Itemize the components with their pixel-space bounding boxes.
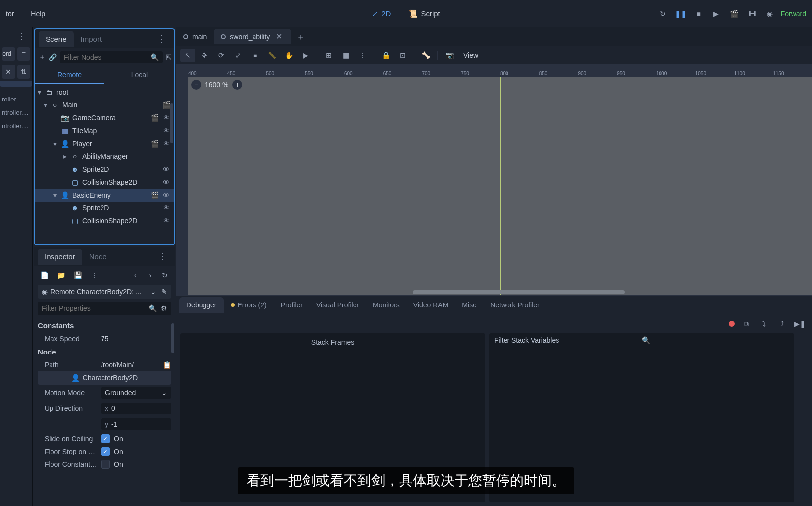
tab-errors[interactable]: Errors (2)	[224, 297, 274, 313]
move-tool-icon[interactable]: ✥	[197, 49, 212, 62]
ruler-tool-icon[interactable]: 📏	[264, 49, 279, 62]
copy-icon[interactable]: ⧉	[740, 317, 753, 330]
visibility-icon[interactable]: 👁	[161, 164, 171, 174]
mode-script-button[interactable]: 📜 Script	[402, 6, 447, 21]
snap-options-icon[interactable]: ▦	[338, 49, 353, 62]
snap-menu-icon[interactable]: ⋮	[355, 49, 370, 62]
list-tool-icon[interactable]: ≡	[248, 49, 262, 62]
group-icon[interactable]: ⊡	[395, 49, 410, 62]
tab-inspector[interactable]: Inspector	[38, 249, 82, 265]
new-resource-icon[interactable]: 📄	[38, 269, 51, 282]
clapper-icon[interactable]: 🎬	[150, 113, 159, 123]
visibility-icon[interactable]: 👁	[161, 126, 171, 136]
filter-nodes-input[interactable]	[64, 53, 151, 61]
prop-value-path[interactable]: /root/Main/	[101, 361, 159, 369]
tab-scene[interactable]: Scene	[39, 31, 74, 47]
record-icon[interactable]	[729, 321, 735, 327]
visibility-icon[interactable]: 👁	[161, 203, 171, 213]
visibility-icon[interactable]: 👁	[161, 113, 171, 123]
inspector-menu-icon[interactable]: ⋮	[154, 249, 171, 264]
bone-icon[interactable]: 🦴	[418, 49, 433, 62]
close-tab-icon[interactable]: ✕	[274, 32, 284, 41]
checkbox-floor-constant[interactable]	[101, 460, 110, 469]
tab-remote[interactable]: Remote	[35, 67, 104, 84]
chevron-down-icon[interactable]: ▾	[44, 101, 51, 109]
up-direction-y-input[interactable]: y -1	[101, 418, 171, 430]
tree-item-tilemap[interactable]: ▦ TileMap 👁	[35, 124, 174, 137]
clapper-icon[interactable]: 🎬	[150, 190, 159, 200]
tree-item-main[interactable]: ▾ ○ Main 🎬	[35, 99, 174, 111]
visibility-icon[interactable]: 👁	[161, 139, 171, 149]
continue-icon[interactable]: ▶❚	[793, 317, 806, 330]
save-resource-icon[interactable]: 💾	[71, 269, 84, 282]
scene-tree[interactable]: ▾ 🗀 root ▾ ○ Main 🎬 📷 GameCamera 🎬👁	[35, 84, 174, 244]
scale-tool-icon[interactable]: ⤢	[231, 49, 246, 62]
filter-stack-variables-field[interactable]: Filter Stack Variables 🔍	[489, 333, 794, 347]
tab-video-ram[interactable]: Video RAM	[406, 297, 456, 313]
step-over-icon[interactable]: ⤴	[775, 317, 788, 330]
add-scene-tab-icon[interactable]: ＋	[291, 29, 310, 45]
menu-help[interactable]: Help	[25, 6, 51, 22]
stop-icon[interactable]: ■	[692, 7, 706, 21]
tree-item-sprite2d-2[interactable]: ☻ Sprite2D 👁	[35, 202, 174, 214]
motion-mode-dropdown[interactable]: Grounded ⌄	[101, 387, 171, 399]
file-tab-partial[interactable]: ord_	[2, 47, 15, 61]
open-script-icon[interactable]: ✎	[161, 288, 167, 296]
class-characterbody2d-button[interactable]: 👤 CharacterBody2D	[38, 371, 171, 385]
override-camera-icon[interactable]: 📷	[442, 49, 457, 62]
filter-properties-input[interactable]	[42, 304, 149, 312]
link-icon[interactable]: 🔗	[49, 51, 57, 64]
chevron-down-icon[interactable]: ▾	[53, 191, 60, 199]
tab-import[interactable]: Import	[74, 31, 109, 47]
snap-grid-icon[interactable]: ⊞	[321, 49, 336, 62]
history-forward-icon[interactable]: ›	[144, 269, 156, 282]
scrollbar[interactable]	[171, 323, 174, 353]
filesystem-item[interactable]: ntroller....	[0, 119, 32, 133]
reload-icon[interactable]: ↻	[656, 7, 670, 21]
inspector-object-selector[interactable]: ◉ Remote CharacterBody2D: ... ⌄ ✎	[38, 285, 171, 299]
section-node[interactable]: Node	[38, 345, 171, 359]
tab-visual-profiler[interactable]: Visual Profiler	[309, 297, 366, 313]
tree-item-gamecamera[interactable]: 📷 GameCamera 🎬👁	[35, 111, 174, 124]
play-icon[interactable]: ▶	[710, 7, 723, 21]
filter-nodes-field[interactable]: 🔍	[60, 51, 163, 63]
tree-item-abilitymanager[interactable]: ▸ ○ AbilityManager	[35, 150, 174, 163]
chevron-right-icon[interactable]: ▸	[63, 152, 70, 160]
list-view-icon[interactable]: ≡	[17, 47, 31, 61]
tab-profiler[interactable]: Profiler	[274, 297, 309, 313]
checkbox-floor-stop[interactable]: ✓	[101, 447, 110, 456]
lock-icon[interactable]: 🔒	[378, 49, 393, 62]
tab-monitors[interactable]: Monitors	[366, 297, 406, 313]
measure-tool-icon[interactable]: ▶	[298, 49, 313, 62]
filter-settings-icon[interactable]: ⚙	[161, 304, 167, 312]
pan-tool-icon[interactable]: ✋	[281, 49, 296, 62]
chevron-down-icon[interactable]: ▾	[53, 140, 60, 148]
tree-item-root[interactable]: ▾ 🗀 root	[35, 86, 174, 99]
inspector-extra-icon[interactable]: ⋮	[88, 269, 101, 282]
mode-2d-button[interactable]: ⤢ 2D	[365, 6, 398, 21]
tab-network-profiler[interactable]: Network Profiler	[483, 297, 547, 313]
select-tool-icon[interactable]: ↖	[180, 49, 195, 62]
tree-collapse-icon[interactable]: ⇱	[166, 51, 172, 64]
scene-tab-sword-ability[interactable]: sword_ability ✕	[214, 29, 291, 44]
tab-node[interactable]: Node	[82, 249, 114, 265]
clapper-icon[interactable]: 🎬	[161, 100, 171, 110]
scene-panel-menu-icon[interactable]: ⋮	[153, 31, 170, 46]
tab-misc[interactable]: Misc	[455, 297, 483, 313]
view-menu-button[interactable]: View	[458, 50, 483, 61]
tree-item-collisionshape2d[interactable]: ▢ CollisionShape2D 👁	[35, 176, 174, 189]
checkbox-slide-ceiling[interactable]: ✓	[101, 434, 110, 443]
filesystem-item[interactable]	[0, 87, 32, 93]
movie-icon[interactable]: 🎞	[745, 7, 759, 21]
camera-icon[interactable]: ◉	[763, 7, 777, 21]
zoom-out-icon[interactable]: −	[191, 80, 201, 90]
history-refresh-icon[interactable]: ↻	[158, 269, 171, 282]
dock-menu-icon[interactable]: ⋮	[13, 29, 30, 44]
visibility-icon[interactable]: 👁	[161, 177, 171, 187]
tab-debugger[interactable]: Debugger	[179, 297, 224, 313]
up-direction-x-input[interactable]: x 0	[101, 403, 171, 414]
filesystem-item[interactable]: roller	[0, 93, 32, 106]
filter-properties-field[interactable]: 🔍 ⚙	[38, 302, 171, 315]
zoom-level[interactable]: 1600 %	[205, 81, 228, 89]
visibility-icon[interactable]: 👁	[161, 190, 171, 200]
